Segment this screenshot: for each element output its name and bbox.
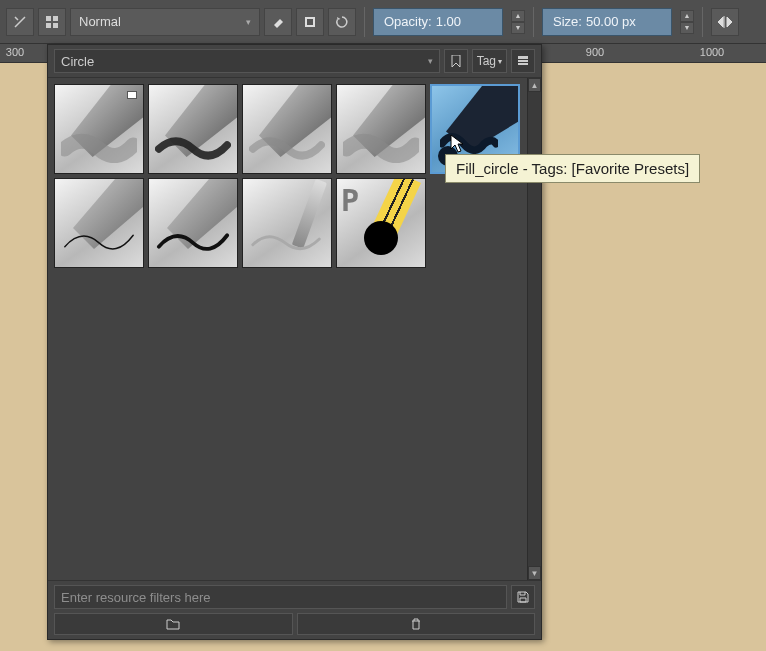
opacity-value: 1.00 xyxy=(436,14,461,29)
delete-preset-button[interactable] xyxy=(297,613,536,635)
popover-footer: Enter resource filters here xyxy=(48,580,541,639)
scroll-down-icon[interactable]: ▼ xyxy=(528,566,541,580)
resource-filter-input[interactable]: Enter resource filters here xyxy=(54,585,507,609)
folder-icon xyxy=(166,618,180,630)
blend-mode-select[interactable]: Normal xyxy=(70,8,260,36)
tooltip-text: Fill_circle - Tags: [Favorite Presets] xyxy=(456,160,689,177)
tag-dropdown[interactable]: Tag▾ xyxy=(472,49,507,73)
brush-settings-icon[interactable] xyxy=(6,8,34,36)
preset-pen_rough[interactable] xyxy=(148,84,238,174)
svg-rect-0 xyxy=(46,16,51,21)
size-spinner: ▲ ▼ xyxy=(680,10,694,34)
reload-brush-icon[interactable] xyxy=(328,8,356,36)
svg-rect-7 xyxy=(518,60,528,62)
tag-filter-select[interactable]: Circle xyxy=(54,49,440,73)
svg-rect-1 xyxy=(53,16,58,21)
opacity-field[interactable]: Opacity: 1.00 xyxy=(373,8,503,36)
eraser-mode-icon[interactable] xyxy=(264,8,292,36)
save-preset-icon[interactable] xyxy=(511,585,535,609)
svg-rect-3 xyxy=(53,23,58,28)
view-mode-icon[interactable] xyxy=(511,49,535,73)
preset-airbrush_soft[interactable] xyxy=(54,84,144,174)
svg-rect-6 xyxy=(518,56,528,59)
size-down-icon[interactable]: ▼ xyxy=(680,22,694,34)
scroll-up-icon[interactable]: ▲ xyxy=(528,78,541,92)
preset-ink_bold[interactable] xyxy=(148,178,238,268)
filter-placeholder: Enter resource filters here xyxy=(61,590,211,605)
popover-header: Circle Tag▾ xyxy=(48,45,541,78)
preset-pixel_pencil[interactable]: P xyxy=(336,178,426,268)
preset-nib_scratch[interactable] xyxy=(242,178,332,268)
mirror-horizontal-icon[interactable] xyxy=(711,8,739,36)
opacity-up-icon[interactable]: ▲ xyxy=(511,10,525,22)
svg-rect-5 xyxy=(307,19,313,25)
toolbar-divider-1 xyxy=(364,7,365,37)
toolbar-divider-3 xyxy=(702,7,703,37)
preset-pencil_soft[interactable] xyxy=(242,84,332,174)
top-toolbar: Normal Opacity: 1.00 ▲ ▼ Size: 50.00 px … xyxy=(0,0,766,44)
trash-icon xyxy=(410,618,422,630)
svg-rect-2 xyxy=(46,23,51,28)
opacity-spinner: ▲ ▼ xyxy=(511,10,525,34)
brush-preset-popover: Circle Tag▾ P ▲ ▼ Enter resource filters… xyxy=(47,44,542,640)
size-up-icon[interactable]: ▲ xyxy=(680,10,694,22)
preset-airbrush_linear[interactable] xyxy=(336,84,426,174)
import-preset-button[interactable] xyxy=(54,613,293,635)
bookmark-icon[interactable] xyxy=(444,49,468,73)
opacity-down-icon[interactable]: ▼ xyxy=(511,22,525,34)
size-value: 50.00 px xyxy=(586,14,636,29)
ruler-mark: 900 xyxy=(586,46,604,58)
blend-mode-value: Normal xyxy=(79,14,121,29)
tag-filter-value: Circle xyxy=(61,54,94,69)
preset-tooltip: Fill_circle - Tags: [Favorite Presets] xyxy=(445,154,700,183)
tag-btn-label: Tag xyxy=(477,54,496,68)
size-label: Size: xyxy=(553,14,582,29)
alpha-lock-icon[interactable] xyxy=(296,8,324,36)
ruler-mark: 300 xyxy=(6,46,24,58)
ruler-mark: 1000 xyxy=(700,46,724,58)
preset-ink_fine[interactable] xyxy=(54,178,144,268)
toolbar-divider-2 xyxy=(533,7,534,37)
size-field[interactable]: Size: 50.00 px xyxy=(542,8,672,36)
brush-preset-icon[interactable] xyxy=(38,8,66,36)
opacity-label: Opacity: xyxy=(384,14,432,29)
svg-rect-8 xyxy=(518,63,528,65)
